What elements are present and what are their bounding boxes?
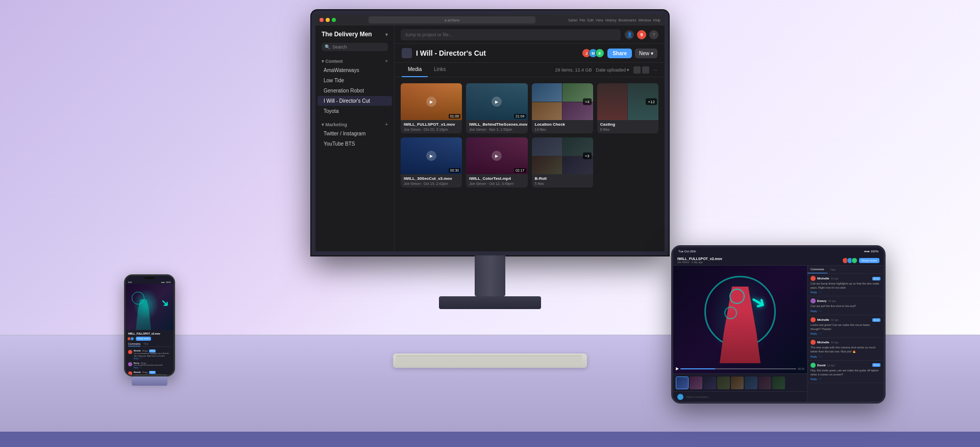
monitor-stand-neck <box>475 255 505 296</box>
tablet-reply-4[interactable]: Reply · ♡ <box>811 355 880 358</box>
timeline-thumb-1[interactable] <box>676 377 689 389</box>
media-item-location-check[interactable]: +4 Location Check 14 files <box>532 83 593 133</box>
tablet-reply-3[interactable]: Reply · ♡ <box>811 332 880 335</box>
timeline-thumb-3[interactable] <box>703 377 716 389</box>
help-icon[interactable]: ? <box>649 30 658 39</box>
user-icon[interactable]: 👤 <box>625 30 634 39</box>
timeline-thumb-8[interactable] <box>772 377 785 389</box>
sidebar-item-youtube[interactable]: YouTube BTS <box>317 139 392 149</box>
media-thumb-casting: +12 <box>597 83 658 120</box>
sidebar-search-input[interactable]: 🔍 Search <box>322 43 388 51</box>
sidebar-project-chevron[interactable]: ▾ <box>385 32 388 37</box>
timeline-thumb-2[interactable] <box>690 377 702 389</box>
phone-annotation-arrow: ➜ <box>158 296 173 311</box>
tablet-container: Tue Oct 20th ●●● 100% IWILL_FULLSPOT_v2.… <box>671 245 886 404</box>
project-header: I Will - Director's Cut J M E Share New … <box>395 44 665 63</box>
grid-view-icon[interactable] <box>633 66 641 74</box>
browser-menu-safari[interactable]: Safari <box>568 18 577 22</box>
sort-label[interactable]: Date uploaded ▾ <box>596 67 629 73</box>
folder-badge-casting: +12 <box>646 99 657 105</box>
share-button[interactable]: Share <box>607 49 632 58</box>
browser-menu-edit[interactable]: Edit <box>587 18 594 22</box>
sidebar-content-section: ▾ Content + AmaWaterways Low Tide Genera… <box>315 55 394 119</box>
tablet-add-comment-area: Add a comment... <box>673 391 807 402</box>
browser-address-bar[interactable]: a.ac/fwrw <box>369 16 535 23</box>
phone-tab-title[interactable]: Title <box>143 342 148 346</box>
browser-maximize-dot[interactable] <box>332 18 336 22</box>
media-item-iwill-bts[interactable]: ▶ 21:04 IWILL_BehindTheScenes.mov Joe Si… <box>466 83 527 133</box>
tab-links[interactable]: Links <box>428 63 452 77</box>
tablet-progress-bar[interactable] <box>680 368 796 369</box>
browser-menu-help[interactable]: Help <box>653 18 660 22</box>
duration-iwill-bts: 21:04 <box>514 114 526 119</box>
tablet-reply-2[interactable]: Reply · ♡ <box>811 310 880 313</box>
phone-reply-2[interactable]: Reply · ♡ <box>134 367 142 369</box>
tab-media[interactable]: Media <box>402 63 428 77</box>
phone-tab-comments[interactable]: Comments <box>128 342 140 346</box>
notification-badge[interactable]: 9 <box>637 30 646 39</box>
timeline-thumb-5[interactable] <box>731 377 744 389</box>
media-name-iwill-fullspot: IWILL_FULLSPOT_v1.mov <box>404 122 459 127</box>
browser-close-dot[interactable] <box>320 18 324 22</box>
media-thumb-iwill-bts: ▶ 21:04 <box>466 83 527 120</box>
tablet-play-button[interactable]: ▶ <box>676 366 679 371</box>
sidebar-marketing-add-button[interactable]: + <box>385 122 388 127</box>
more-options-icon[interactable]: ··· <box>653 67 657 73</box>
media-item-30sec[interactable]: ▶ 00:30 IWILL_30SecCut_v3.mov Joe Simon … <box>401 137 462 187</box>
tablet-reply-5[interactable]: Reply · ♡ <box>811 378 880 381</box>
sidebar-item-low-tide[interactable]: Low Tide <box>317 76 392 85</box>
tablet-comment-placeholder[interactable]: Add a comment... <box>686 395 710 398</box>
phone-comment-text-2: Emery · 4d ago Can we pull the first sho… <box>134 362 163 370</box>
list-view-icon[interactable] <box>642 66 649 74</box>
browser-menu-file[interactable]: File <box>580 18 585 22</box>
media-info-colortest: IWILL_ColorTest.mp4 Joe Simon · Oct 12, … <box>466 174 527 187</box>
media-meta-casting: 6 files <box>600 128 655 131</box>
sidebar-item-toyota[interactable]: Toyota <box>317 106 392 116</box>
tablet-reply-1[interactable]: Reply · ♡ <box>811 291 880 294</box>
sidebar-item-i-will[interactable]: I Will - Director's Cut <box>317 96 392 106</box>
browser-menu-bookmarks[interactable]: Bookmarks <box>619 18 636 22</box>
tablet-comment-body-5: Hey, this looks great, can we make the g… <box>811 369 880 377</box>
browser-minimize-dot[interactable] <box>326 18 330 22</box>
sidebar: The Delivery Men ▾ 🔍 Search ▾ Content <box>315 26 395 251</box>
browser-menu-history[interactable]: History <box>605 18 617 22</box>
timeline-thumb-6[interactable] <box>745 377 757 389</box>
sidebar-item-generation-robot[interactable]: Generation Robot <box>317 86 392 96</box>
phone-reply-1[interactable]: Reply · ♡ <box>134 358 142 360</box>
phone-comment-avatar-1 <box>128 350 132 354</box>
folder-badge-location-check: +4 <box>583 99 592 105</box>
tablet-header: IWILL_FULLSPOT_v2.mov Joe Simon · 1 day … <box>673 255 884 266</box>
media-item-broll[interactable]: +3 B-Roll 5 files <box>532 137 593 187</box>
media-item-iwill-fullspot[interactable]: ▶ 01:09 IWILL_FULLSPOT_v1.mov Joe Simon … <box>401 83 462 133</box>
folder-badge-broll: +3 <box>583 153 592 159</box>
tablet-comment-time-5: 1d ago <box>827 364 835 367</box>
new-button[interactable]: New ▾ <box>635 49 657 58</box>
media-info-casting: Casting 6 files <box>597 120 658 133</box>
media-grid: ▶ 01:09 IWILL_FULLSPOT_v1.mov Joe Simon … <box>395 77 665 251</box>
project-icon <box>402 48 412 58</box>
sidebar-marketing-label: ▾ Marketing <box>322 122 347 127</box>
phone-container: 9:41 ●●● 100% ➜ IWILL_FULLSPOT_v2.mov <box>121 274 178 386</box>
tablet-avatar-3 <box>851 257 857 264</box>
sidebar-content-add-button[interactable]: + <box>385 58 388 64</box>
sidebar-item-ama[interactable]: AmaWaterways <box>317 65 392 75</box>
tablet-file-title: IWILL_FULLSPOT_v2.mov Joe Simon · 1 day … <box>677 257 722 264</box>
browser-menu-view[interactable]: View <box>596 18 603 22</box>
timeline-thumb-7[interactable] <box>758 377 771 389</box>
phone-comment-time-1: · 6d ago <box>141 350 148 352</box>
sidebar-item-twitter[interactable]: Twitter / Instagram <box>317 129 392 138</box>
tablet-comment-header-1: Michelle 6d ago 00:51 <box>811 276 880 281</box>
media-info-location-check: Location Check 14 files <box>532 120 593 133</box>
tablet-time: Tue Oct 20th <box>678 250 696 253</box>
tablet-panel-tab-title[interactable]: Title <box>827 266 839 273</box>
tablet-comment-body-4: The new angle with this camera shot work… <box>811 346 880 354</box>
tablet-panel-tab-comments[interactable]: Comments <box>807 266 827 273</box>
browser-menu-window[interactable]: Window <box>639 18 651 22</box>
timeline-thumb-4[interactable] <box>717 377 730 389</box>
jump-to-input[interactable]: Jump to project or file... <box>401 29 621 40</box>
search-placeholder: Search <box>332 44 347 50</box>
jump-placeholder: Jump to project or file... <box>405 32 453 37</box>
media-item-colortest[interactable]: ▶ 02:17 IWILL_ColorTest.mp4 Joe Simon · … <box>466 137 527 187</box>
sidebar-search-area: 🔍 Search <box>315 41 394 55</box>
media-item-casting[interactable]: +12 Casting 6 files <box>597 83 658 133</box>
